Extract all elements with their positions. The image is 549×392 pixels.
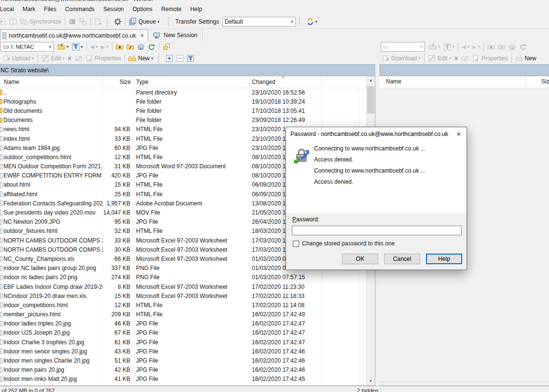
commander-view-button[interactable]	[8, 17, 18, 27]
table-row[interactable]: Indoor men pairs 20.jpg42 KBJPG File16/0…	[0, 365, 367, 375]
refresh-button[interactable]	[146, 42, 157, 52]
new-button[interactable]: New ▾	[127, 54, 155, 63]
preferences-button[interactable]	[112, 17, 123, 27]
help-button[interactable]: Help	[426, 254, 462, 264]
menu-item-mark[interactable]: Mark	[18, 4, 40, 14]
download-icon	[382, 54, 389, 62]
scroll-up-icon[interactable]: ▲	[367, 76, 375, 84]
table-row[interactable]: Indoor men rinks Matt 20.jpg41 KBJPG Fil…	[0, 375, 367, 384]
column-header-name[interactable]: Name	[386, 78, 401, 85]
remote-link-button[interactable]	[78, 17, 88, 27]
table-row[interactable]: Indoor U25 Joseph 20.jpg67 KBJPG File16/…	[0, 328, 367, 338]
table-row[interactable]: indoor nc ladies pairs 20.png274 KBPNG F…	[0, 273, 367, 282]
selection-filter-button[interactable]	[185, 54, 196, 63]
table-row[interactable]: NCindoor 2019-20 draw men.xls15 KBMicros…	[0, 291, 367, 300]
column-header-size[interactable]: Size	[541, 78, 549, 85]
select-files-button[interactable]	[164, 54, 175, 63]
table-row[interactable]: Indoor men singles Charlie 20.jpg51 KBJP…	[0, 356, 367, 365]
filter-button[interactable]: ▾	[70, 42, 85, 52]
column-header-name[interactable]: Name	[0, 76, 103, 88]
scroll-down-icon[interactable]: ▼	[367, 377, 375, 385]
menu-item-session[interactable]: Session	[99, 4, 128, 14]
table-row[interactable]: ..Parent directory23/10/2020 16:52:56	[0, 88, 367, 97]
remote-directory-select[interactable]: ▾	[381, 42, 425, 52]
menu-item-options[interactable]: Options	[128, 4, 157, 14]
remote-path-bar[interactable]	[379, 64, 549, 76]
upload-button[interactable]: Upload ▾	[1, 54, 36, 63]
table-row[interactable]: Old documentsFile folder17/10/2018 13:05…	[0, 106, 367, 115]
download-button[interactable]: Download ▾	[380, 54, 422, 63]
checkbox-icon[interactable]	[293, 241, 299, 247]
back-button[interactable]: ◀▾	[89, 43, 99, 51]
horizontal-scrollbar[interactable]	[379, 381, 549, 385]
change-password-option[interactable]: Change stored password to this one	[293, 240, 395, 247]
queue-button[interactable]: Queue ▾	[127, 17, 161, 27]
remote-parent-directory-button[interactable]	[486, 42, 496, 52]
remote-home-button[interactable]	[507, 42, 518, 52]
menu-item-commands[interactable]: Commands	[61, 4, 99, 14]
delete-button[interactable]: ×	[66, 54, 73, 63]
transfer-options-button[interactable]: ▾	[305, 17, 319, 27]
menu-item-local[interactable]: Local	[0, 4, 18, 14]
scrollbar-thumb[interactable]	[367, 86, 374, 113]
forward-button[interactable]: ▶▾	[99, 43, 110, 51]
table-row[interactable]: PhotographsFile folder19/10/2018 10:39:2…	[0, 97, 367, 106]
table-row[interactable]: EBF Ladies Indoor Comp draw 2019-20 (1).…	[0, 282, 367, 291]
winscp-window: northcambsebf.co.uk@www.northcambsebf.co…	[0, 0, 549, 392]
menu-item-help[interactable]: Help	[186, 4, 206, 14]
new-session-tab[interactable]: New Session	[148, 29, 203, 41]
open-directory-button[interactable]: ▾	[56, 42, 70, 52]
table-row[interactable]: DocumentsFile folder23/09/2018 12:26:49	[0, 116, 367, 125]
root-directory-button[interactable]	[125, 42, 136, 52]
table-row[interactable]: indoor_competitions.html12 KBHTML File17…	[0, 300, 367, 310]
table-row[interactable]: Indoor men senior singles 20.jpg43 KBJPG…	[0, 347, 367, 356]
drive-select[interactable]: I: NETAC ▾	[0, 42, 54, 52]
remote-new-button[interactable]: New	[514, 54, 538, 63]
column-header-size[interactable]: Size	[103, 76, 134, 88]
file-icon	[0, 164, 2, 169]
remote-open-directory-button[interactable]: ▾	[427, 42, 442, 52]
unselect-files-button[interactable]	[175, 54, 185, 63]
open-session-button[interactable]	[0, 17, 8, 27]
cell: JPG File	[134, 329, 250, 336]
menu-item-files[interactable]: Files	[40, 4, 60, 14]
dialog-titlebar[interactable]: Password - northcambsebf.co.uk@www.north…	[286, 127, 467, 140]
session-tab[interactable]: northcambsebf.co.uk@www.northcambsebf.co…	[0, 29, 148, 41]
home-button[interactable]	[136, 42, 146, 52]
remote-nav-toolbar: ▾ ▾ ▾ ◀▾ ▶▾	[379, 41, 549, 53]
remote-properties-button[interactable]: Properties	[470, 54, 509, 63]
table-row[interactable]: member_pictures.html209 KBHTML File16/02…	[0, 310, 367, 319]
table-row[interactable]: Indoor mixed rinks 20.jpg32 KBJPG File16…	[0, 384, 367, 385]
synchronize-button[interactable]: Synchronize	[18, 17, 63, 27]
table-row[interactable]: Indoor ladies triples 20.jpg46 KBJPG Fil…	[0, 319, 367, 328]
close-tab-icon[interactable]: ×	[140, 32, 144, 39]
transfer-queue-toggle-button[interactable]	[93, 17, 103, 27]
menu-item-remote[interactable]: Remote	[157, 4, 186, 14]
parent-directory-button[interactable]	[114, 42, 125, 52]
remote-edit-button[interactable]: Edit ▾	[426, 54, 453, 63]
ok-button[interactable]: OK	[342, 254, 378, 264]
cancel-button[interactable]: Cancel	[384, 254, 420, 264]
remote-filter-button[interactable]: ▾	[442, 42, 456, 52]
cell: NORTH CAMBS OUTDOOR COMPS 2019.xls	[3, 246, 103, 253]
edit-button[interactable]: Edit ▾	[40, 54, 66, 63]
local-path-bar[interactable]: NC Strato website\	[0, 64, 375, 76]
remote-delete-button[interactable]: ×	[453, 54, 460, 63]
transfer-settings-select[interactable]: Default ▾	[222, 17, 296, 27]
password-input[interactable]	[292, 226, 462, 235]
remote-refresh-button[interactable]	[518, 42, 528, 52]
properties-button[interactable]: Properties	[84, 54, 123, 63]
cell: 51 KB	[103, 357, 134, 364]
column-header-type[interactable]: Type	[134, 76, 250, 88]
cell: Indoor men singles Charlie 20.jpg	[3, 357, 103, 364]
close-icon[interactable]: ×	[451, 128, 467, 140]
remote-rename-button[interactable]	[460, 54, 470, 63]
remote-root-directory-button[interactable]	[496, 42, 507, 52]
copy-path-button[interactable]	[161, 42, 172, 52]
console-button[interactable]	[67, 17, 78, 27]
remote-back-button[interactable]: ◀▾	[460, 43, 471, 51]
column-header-changed[interactable]: Changed ∨	[250, 76, 322, 88]
remote-forward-button[interactable]: ▶▾	[471, 43, 481, 51]
rename-button[interactable]: x	[73, 54, 84, 63]
table-row[interactable]: Indoor Charlie 3 trophies 20.jpg61 KBJPG…	[0, 338, 367, 347]
